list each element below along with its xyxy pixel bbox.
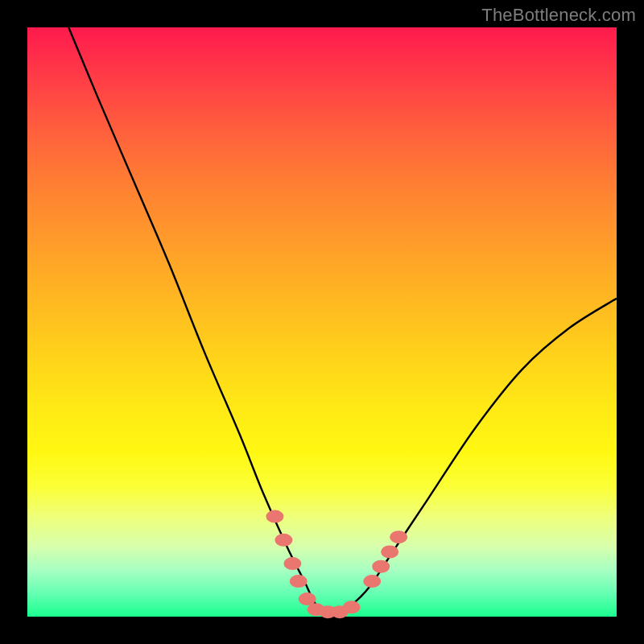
curve-layer [68, 27, 617, 612]
marker-left-cluster [266, 510, 283, 523]
marker-layer [266, 510, 407, 619]
curve-svg [27, 27, 617, 617]
marker-right-cluster [381, 545, 398, 558]
marker-left-cluster [283, 557, 301, 570]
marker-right-cluster [372, 560, 390, 573]
chart-frame: TheBottleneck.com [0, 0, 644, 644]
marker-left-cluster [290, 575, 308, 588]
watermark-text: TheBottleneck.com [481, 5, 636, 26]
marker-right-cluster [363, 575, 381, 588]
marker-valley [343, 601, 361, 613]
marker-left-cluster [275, 534, 292, 547]
marker-right-cluster [390, 530, 407, 543]
bottleneck-curve [68, 27, 617, 612]
plot-area [27, 27, 617, 617]
